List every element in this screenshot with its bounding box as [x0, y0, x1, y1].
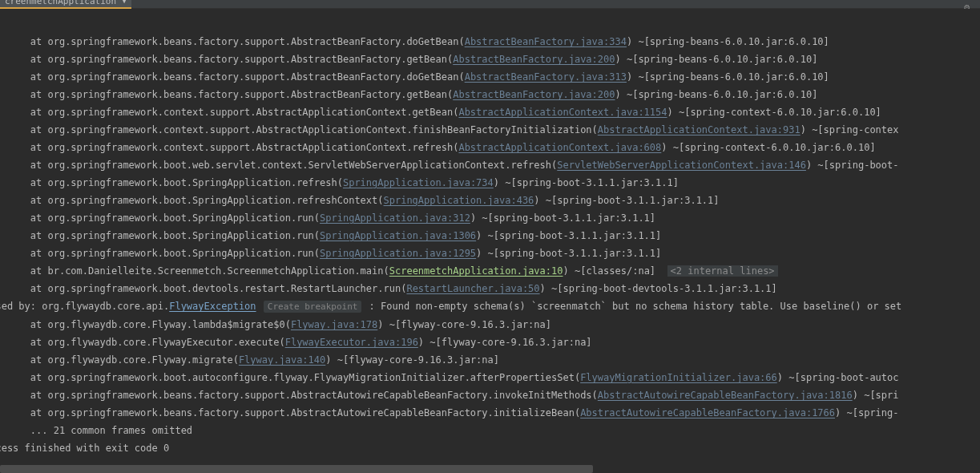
- console-line: at org.springframework.beans.factory.sup…: [0, 386, 980, 404]
- console-line: at org.springframework.beans.factory.sup…: [0, 404, 980, 422]
- create-breakpoint-chip[interactable]: Create breakpoint: [264, 301, 362, 313]
- console-line: rocess finished with exit code 0: [0, 439, 980, 457]
- console-output: at org.springframework.beans.factory.sup…: [0, 9, 980, 473]
- console-line: at org.springframework.boot.devtools.res…: [0, 280, 980, 297]
- console-line: at org.springframework.context.support.A…: [0, 103, 980, 121]
- console-line: at org.springframework.boot.SpringApplic…: [0, 192, 980, 209]
- console-line: aused by: org.flywaydb.core.api.FlywayEx…: [0, 297, 980, 316]
- console-line: at org.springframework.context.support.A…: [0, 139, 980, 156]
- run-config-tab[interactable]: creenmetchApplication ▾: [0, 0, 131, 9]
- source-link[interactable]: SpringApplication.java:1295: [320, 248, 476, 259]
- exception-link[interactable]: FlywayException: [169, 301, 256, 312]
- console-line: at org.springframework.boot.SpringApplic…: [0, 174, 980, 192]
- console-line: at org.springframework.boot.SpringApplic…: [0, 227, 980, 245]
- console-line: at org.springframework.boot.autoconfigur…: [0, 369, 980, 386]
- console-line: at org.flywaydb.core.FlywayExecutor.exec…: [0, 334, 980, 351]
- source-link[interactable]: AbstractApplicationContext.java:1154: [458, 107, 667, 118]
- source-link[interactable]: SpringApplication.java:734: [343, 177, 494, 188]
- source-link[interactable]: AbstractBeanFactory.java:200: [453, 54, 615, 65]
- console-line: at br.com.Danielleite.Screenmetch.Screen…: [0, 262, 980, 280]
- scrollbar-thumb[interactable]: [0, 465, 593, 473]
- source-link[interactable]: AbstractAutowireCapableBeanFactory.java:…: [580, 407, 835, 418]
- source-link[interactable]: AbstractAutowireCapableBeanFactory.java:…: [598, 390, 853, 401]
- horizontal-scrollbar[interactable]: [0, 465, 980, 473]
- source-link[interactable]: AbstractBeanFactory.java:200: [453, 89, 615, 100]
- console-line: at org.springframework.beans.factory.sup…: [0, 68, 980, 86]
- console-line: at org.flywaydb.core.Flyway.lambda$migra…: [0, 316, 980, 334]
- source-link[interactable]: AbstractApplicationContext.java:608: [458, 142, 661, 153]
- source-link[interactable]: AbstractApplicationContext.java:931: [598, 124, 801, 135]
- source-link[interactable]: ScreenmetchApplication.java:10: [389, 265, 563, 277]
- console-line: at org.springframework.context.support.A…: [0, 121, 980, 139]
- source-link[interactable]: SpringApplication.java:312: [320, 212, 470, 224]
- source-link[interactable]: Flyway.java:140: [239, 354, 325, 366]
- source-link[interactable]: FlywayMigrationInitializer.java:66: [580, 372, 777, 383]
- console-line: at org.springframework.beans.factory.sup…: [0, 51, 980, 68]
- console-line: at org.springframework.beans.factory.sup…: [0, 86, 980, 103]
- console-line: at org.springframework.beans.factory.sup…: [0, 33, 980, 51]
- console-line: at org.springframework.boot.SpringApplic…: [0, 209, 980, 227]
- source-link[interactable]: SpringApplication.java:436: [384, 195, 534, 206]
- tab-bar: creenmetchApplication ▾ ⚙: [0, 0, 980, 9]
- console-line: ... 21 common frames omitted: [0, 422, 980, 439]
- source-link[interactable]: RestartLauncher.java:50: [406, 283, 539, 294]
- source-link[interactable]: SpringApplication.java:1306: [320, 230, 476, 241]
- source-link[interactable]: FlywayExecutor.java:196: [285, 337, 418, 348]
- source-link[interactable]: ServletWebServerApplicationContext.java:…: [557, 160, 806, 171]
- console-line: at org.flywaydb.core.Flyway.migrate(Flyw…: [0, 351, 980, 369]
- source-link[interactable]: Flyway.java:178: [291, 319, 377, 330]
- console-line: at org.springframework.boot.SpringApplic…: [0, 245, 980, 262]
- source-link[interactable]: AbstractBeanFactory.java:313: [465, 71, 627, 83]
- source-link[interactable]: AbstractBeanFactory.java:334: [465, 36, 627, 47]
- internal-lines-chip[interactable]: <2 internal lines>: [667, 265, 778, 277]
- console-line: at org.springframework.boot.web.servlet.…: [0, 156, 980, 174]
